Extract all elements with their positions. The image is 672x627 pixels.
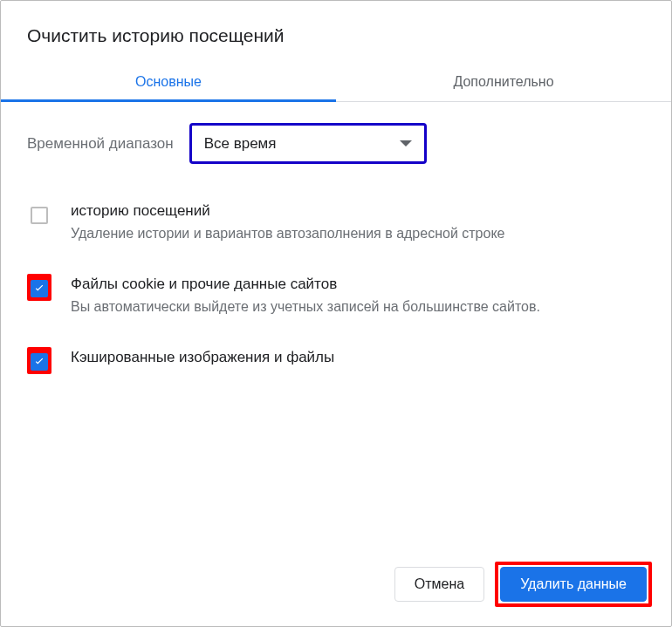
checkbox-wrap-highlighted <box>27 347 51 374</box>
checkbox-browsing-history[interactable] <box>31 207 48 224</box>
caret-down-icon <box>400 140 412 147</box>
tab-advanced[interactable]: Дополнительно <box>336 62 671 101</box>
clear-data-button[interactable]: Удалить данные <box>500 567 647 602</box>
timerange-row: Временной диапазон Все время <box>1 102 671 185</box>
tab-basic[interactable]: Основные <box>1 62 336 101</box>
option-text: историю посещений Удаление истории и вар… <box>71 201 645 244</box>
option-cached: Кэшированные изображения и файлы <box>27 335 645 392</box>
dialog-title: Очистить историю посещений <box>1 1 671 62</box>
checkbox-cached[interactable] <box>31 353 48 371</box>
option-title: Кэшированные изображения и файлы <box>71 347 645 368</box>
option-title: историю посещений <box>71 201 645 221</box>
option-text: Файлы cookie и прочие данные сайтов Вы а… <box>71 274 645 317</box>
option-title: Файлы cookie и прочие данные сайтов <box>71 274 645 295</box>
option-text: Кэшированные изображения и файлы <box>71 347 645 368</box>
timerange-label: Временной диапазон <box>27 135 174 153</box>
options-list: историю посещений Удаление истории и вар… <box>1 185 671 400</box>
clear-browsing-data-dialog: Очистить историю посещений Основные Допо… <box>0 0 672 627</box>
dialog-footer: Отмена Удалить данные <box>1 562 671 626</box>
checkbox-cookies[interactable] <box>31 280 48 297</box>
timerange-select[interactable]: Все время <box>189 123 427 164</box>
check-icon <box>33 356 45 368</box>
cancel-button[interactable]: Отмена <box>394 567 484 602</box>
confirm-highlight: Удалить данные <box>495 562 652 607</box>
option-cookies: Файлы cookie и прочие данные сайтов Вы а… <box>27 262 645 335</box>
checkbox-wrap-highlighted <box>27 274 51 301</box>
option-description: Удаление истории и вариантов автозаполне… <box>71 223 645 244</box>
option-browsing-history: историю посещений Удаление истории и вар… <box>27 188 645 262</box>
check-icon <box>33 283 45 295</box>
option-description: Вы автоматически выйдете из учетных запи… <box>71 296 645 317</box>
checkbox-wrap <box>27 201 51 228</box>
tabs: Основные Дополнительно <box>1 62 671 102</box>
timerange-value: Все время <box>204 135 400 153</box>
